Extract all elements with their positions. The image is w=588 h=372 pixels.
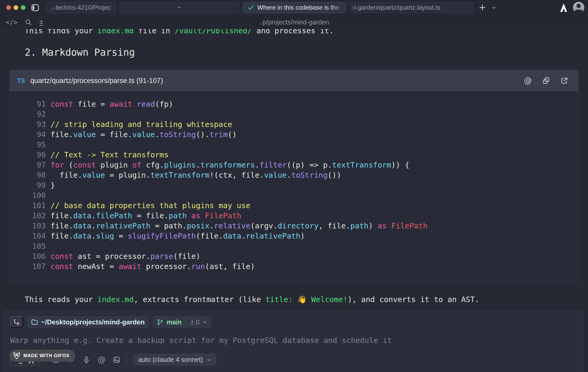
directory-chip[interactable]: ~/Desktop/projects/mind-garden [27, 316, 149, 328]
tab-codebase-question[interactable]: Where in this codebase is the [242, 2, 346, 13]
line-code: // Text -> Text transforms [50, 150, 169, 160]
code-line: 95 [10, 140, 578, 150]
code-line: 93// strip leading and trailing whitespa… [10, 119, 578, 130]
code-line: 94file.value = file.value.toString().tri… [10, 130, 578, 140]
git-chip[interactable]: main ± 0 [152, 316, 212, 328]
code-line: 92 [10, 109, 578, 119]
return-arrow-icon [15, 319, 19, 325]
line-number: 102 [10, 211, 46, 221]
search-icon[interactable] [25, 18, 32, 26]
text-segment: Welcome! [311, 295, 348, 304]
conversation-pane: This finds your index.md file in /vault/… [0, 29, 588, 310]
line-code: file.data.relativePath = path.posix.rela… [50, 221, 427, 231]
code-line: 98 file.value = plugin.textTransform!(ct… [10, 170, 578, 180]
text-segment: , extracts frontmatter (like [134, 295, 265, 304]
code-line: 101// base data properties that plugins … [10, 201, 578, 211]
close-window-button[interactable] [6, 5, 11, 10]
line-code: file.value = plugin.textTransform!(ctx, … [50, 170, 341, 180]
attach-image-icon[interactable] [113, 356, 120, 364]
fox-icon [12, 351, 21, 360]
code-block-header: TS quartz/quartz/processors/parse.ts (91… [10, 70, 578, 91]
line-code: } [50, 180, 55, 190]
assistant-text-intro: This finds your index.md file in /vault/… [25, 29, 578, 36]
line-code: file.data.filePath = file.path as FilePa… [50, 211, 241, 221]
code-lines: 91const file = await read(fp)9293// stri… [10, 91, 578, 284]
line-number: 98 [10, 170, 46, 180]
avatar[interactable] [573, 2, 584, 13]
input-toolbar: >_ @ auto (claude 4 sonnet) [10, 354, 577, 366]
git-branch-icon [157, 319, 164, 326]
tab-quartz-layout[interactable]: d-garden/quartz/quartz.layout.ts [349, 2, 474, 13]
tab-list-chevron-icon[interactable] [491, 5, 497, 10]
text-segment: This reads your [25, 295, 97, 304]
code-line: 91const file = await read(fp) [10, 99, 578, 109]
gifox-label: MADE WITH GIFOX [23, 353, 69, 358]
line-number: 94 [10, 130, 46, 140]
line-number: 95 [10, 140, 46, 150]
divider [186, 319, 186, 325]
tab-home[interactable]: ~ [119, 2, 239, 13]
session-path: ..p/projects/mind-garden [0, 18, 588, 26]
code-line: 100 [10, 190, 578, 201]
insert-directory-button[interactable] [10, 316, 23, 328]
tab-label: ..-tech/cs-4210/Project1 [50, 4, 111, 11]
text-segment: title: [265, 295, 297, 304]
model-selector[interactable]: auto (claude 4 sonnet) [133, 354, 216, 366]
text-segment: index.md [97, 295, 134, 304]
code-line: 107const newAst = await processor.run(as… [10, 261, 578, 272]
blocks-toggle-icon[interactable]: </> [6, 18, 17, 26]
text-segment: ), and converts it to an AST. [348, 295, 479, 304]
sidebar-toggle-icon[interactable] [31, 4, 39, 11]
code-line: 103file.data.relativePath = path.posix.r… [10, 221, 578, 231]
text-segment: 👋 [297, 295, 311, 304]
line-number: 93 [10, 119, 46, 130]
git-branch-name: main [167, 318, 182, 326]
line-number: 97 [10, 160, 46, 170]
traffic-lights [6, 5, 25, 10]
code-block: TS quartz/quartz/processors/parse.ts (91… [10, 70, 578, 284]
mention-icon[interactable]: @ [98, 356, 105, 364]
line-number: 99 [10, 180, 46, 190]
line-number: 104 [10, 231, 46, 241]
gifox-badge: MADE WITH GIFOX [9, 350, 75, 362]
command-input[interactable]: Warp anything e.g. Create a backup scrip… [10, 336, 577, 345]
code-line: 97for (const plugin of cfg.plugins.trans… [10, 160, 578, 170]
text-segment: file in [134, 29, 175, 35]
line-code: for (const plugin of cfg.plugins.transfo… [50, 160, 409, 170]
line-number: 101 [10, 201, 46, 211]
line-number: 91 [10, 99, 46, 109]
tab-bar: ..-tech/cs-4210/Project1 ~ Where in this… [45, 2, 474, 13]
copy-icon[interactable] [542, 77, 550, 85]
warp-logo [560, 3, 567, 12]
line-number: 103 [10, 221, 46, 231]
code-line: 106const ast = processor.parse(file) [10, 251, 578, 261]
line-code: file.value = file.value.toString().trim(… [50, 130, 237, 140]
zoom-window-button[interactable] [21, 5, 25, 10]
minimize-window-button[interactable] [14, 5, 18, 10]
text-segment: and processes it. [252, 29, 334, 35]
line-code: file.data.slug = slugifyFilePath(file.da… [50, 231, 305, 241]
mention-file-icon[interactable]: @ [524, 77, 532, 85]
text-segment: This finds your [25, 29, 97, 35]
git-changes-count: ± 0 [190, 318, 200, 326]
model-name: auto (claude 4 sonnet) [138, 356, 203, 363]
text-segment: /vault/Published/ [175, 29, 252, 35]
input-placeholder: Warp anything e.g. Create a backup scrip… [10, 336, 392, 345]
line-number: 92 [10, 109, 46, 119]
titlebar: ..-tech/cs-4210/Project1 ~ Where in this… [0, 0, 588, 15]
input-panel: ~/Desktop/projects/mind-garden main ± 0 … [4, 310, 584, 372]
open-external-icon[interactable] [560, 77, 568, 85]
new-tab-button[interactable] [478, 4, 486, 11]
diff-icon[interactable]: ± [39, 18, 43, 26]
directory-path: ~/Desktop/projects/mind-garden [41, 318, 145, 326]
line-code: // base data properties that plugins may… [50, 201, 250, 211]
line-number: 107 [10, 261, 46, 272]
checkmark-icon [247, 4, 254, 11]
chevron-down-icon [202, 319, 207, 325]
code-line: 102file.data.filePath = file.path as Fil… [10, 211, 578, 221]
microphone-icon[interactable] [82, 356, 90, 364]
line-code: const ast = processor.parse(file) [50, 251, 200, 261]
tab-label: Where in this codebase is the [257, 4, 339, 11]
tab-project1[interactable]: ..-tech/cs-4210/Project1 [45, 2, 116, 13]
line-number: 100 [10, 190, 46, 201]
